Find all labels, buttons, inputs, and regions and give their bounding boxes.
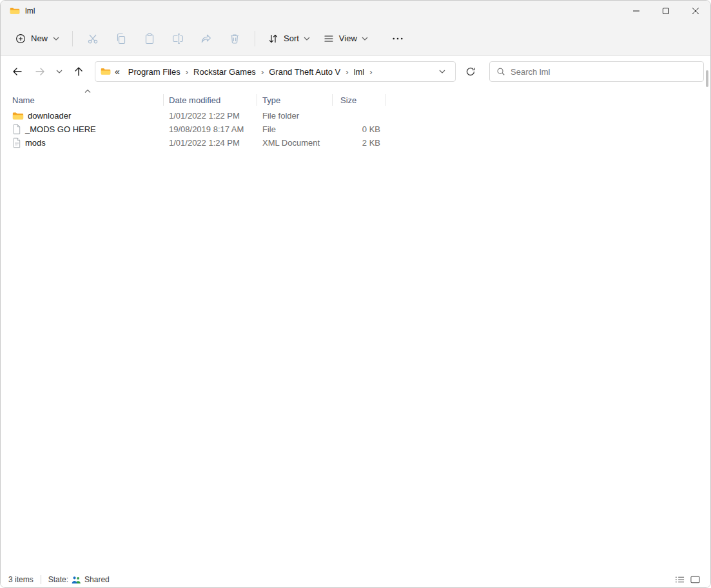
breadcrumb-grand-theft-auto-v[interactable]: Grand Theft Auto V [264, 67, 345, 77]
chevron-down-icon [362, 37, 368, 41]
paste-button[interactable] [135, 27, 164, 50]
new-button[interactable]: New [8, 28, 66, 49]
ellipsis-icon [393, 37, 403, 40]
refresh-icon [465, 66, 476, 77]
command-toolbar: New Sort View [1, 21, 710, 56]
arrow-right-icon [35, 66, 45, 77]
search-box [489, 61, 704, 82]
cut-button[interactable] [79, 27, 107, 50]
share-button[interactable] [192, 27, 220, 50]
title-bar: lml [1, 1, 710, 21]
details-view-button[interactable] [672, 573, 687, 586]
file-name-cell: mods [1, 137, 164, 148]
navigation-bar: « Program Files › Rockstar Games › Grand… [1, 56, 710, 87]
state-group: State: Shared [48, 575, 110, 584]
file-name-cell: _MODS GO HERE [1, 124, 164, 135]
file-explorer-window: lml New [0, 0, 711, 588]
file-name: _MODS GO HERE [25, 124, 96, 134]
breadcrumb-chevron[interactable]: › [369, 67, 373, 77]
search-input[interactable] [511, 67, 697, 77]
cut-icon [87, 33, 99, 44]
address-dropdown-button[interactable] [434, 64, 450, 79]
rename-button[interactable] [164, 27, 192, 50]
file-size-cell: 2 KB [333, 138, 385, 148]
file-type-cell: XML Document [257, 138, 333, 148]
arrow-up-icon [73, 66, 84, 77]
sort-button-label: Sort [284, 34, 299, 43]
view-button-label: View [339, 34, 357, 43]
trash-icon [229, 33, 240, 44]
sort-icon [268, 33, 279, 44]
file-icon [12, 124, 21, 135]
refresh-button[interactable] [460, 61, 481, 82]
items-count: 3 items [8, 575, 34, 584]
file-name: mods [25, 138, 46, 148]
address-bar[interactable]: « Program Files › Rockstar Games › Grand… [95, 61, 456, 82]
copy-button[interactable] [107, 27, 135, 50]
forward-button[interactable] [30, 61, 50, 82]
breadcrumb-lml[interactable]: lml [349, 67, 369, 77]
file-row[interactable]: _MODS GO HERE 19/08/2019 8:17 AM File 0 … [1, 122, 710, 136]
breadcrumb-rockstar-games[interactable]: Rockstar Games [189, 67, 260, 77]
file-type-cell: File [257, 124, 333, 134]
folder-icon [101, 66, 111, 77]
xml-document-icon [12, 137, 21, 148]
delete-button[interactable] [220, 27, 249, 50]
details-view-icon [675, 576, 685, 583]
file-date-cell: 19/08/2019 8:17 AM [164, 124, 257, 134]
file-date-cell: 1/01/2022 1:24 PM [164, 138, 257, 148]
file-row[interactable]: mods 1/01/2022 1:24 PM XML Document 2 KB [1, 136, 710, 150]
up-button[interactable] [68, 61, 89, 82]
file-date-cell: 1/01/2022 1:22 PM [164, 111, 257, 121]
state-label: State: [48, 575, 68, 584]
minimize-icon [633, 8, 639, 14]
title-left: lml [1, 6, 621, 16]
large-icons-view-button[interactable] [687, 573, 703, 586]
close-button[interactable] [681, 1, 710, 21]
file-name: downloader [28, 111, 71, 121]
more-options-button[interactable] [384, 27, 412, 50]
column-header-name[interactable]: Name [1, 91, 164, 109]
search-icon [496, 67, 505, 76]
column-header-date-modified[interactable]: Date modified [164, 91, 257, 109]
large-icons-view-icon [690, 576, 700, 583]
folder-icon [12, 111, 24, 121]
maximize-icon [663, 8, 669, 14]
back-button[interactable] [7, 61, 28, 82]
column-headers: Name Date modified Type Size [1, 91, 710, 109]
toolbar-divider [255, 31, 255, 46]
maximize-button[interactable] [651, 1, 681, 21]
window-controls [621, 1, 710, 21]
scrollbar-thumb[interactable] [706, 70, 708, 87]
chevron-down-icon [304, 37, 310, 41]
view-button[interactable]: View [317, 28, 375, 50]
close-icon [692, 8, 699, 14]
view-icon [323, 33, 335, 44]
chevron-down-icon [439, 70, 445, 74]
column-header-type[interactable]: Type [257, 91, 333, 109]
new-button-label: New [31, 34, 48, 43]
recent-locations-button[interactable] [52, 61, 66, 82]
file-type-cell: File folder [257, 111, 333, 121]
state-value: Shared [84, 575, 110, 584]
paste-icon [144, 33, 155, 44]
rename-icon [172, 33, 184, 44]
breadcrumb-collapsed[interactable]: « [111, 66, 124, 77]
file-size-cell: 0 KB [333, 124, 385, 134]
arrow-left-icon [12, 66, 23, 77]
share-icon [200, 33, 212, 44]
column-header-size[interactable]: Size [333, 91, 385, 109]
plus-circle-icon [15, 34, 26, 44]
window-title: lml [25, 6, 35, 15]
breadcrumb-program-files[interactable]: Program Files [124, 67, 185, 77]
sort-button[interactable]: Sort [261, 28, 317, 50]
chevron-down-icon [53, 37, 59, 41]
minimize-button[interactable] [621, 1, 651, 21]
status-bar: 3 items State: Shared [1, 572, 710, 587]
file-list-pane: Name Date modified Type Size downloader … [1, 87, 710, 572]
status-divider [41, 575, 41, 584]
file-row[interactable]: downloader 1/01/2022 1:22 PM File folder [1, 109, 710, 122]
chevron-down-icon [56, 70, 63, 74]
folder-icon [10, 6, 20, 16]
toolbar-divider [72, 31, 73, 46]
